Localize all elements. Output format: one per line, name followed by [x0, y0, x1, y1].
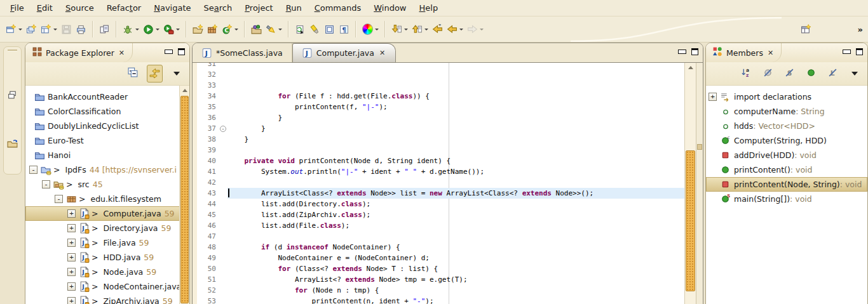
tree-item-colorclassification[interactable]: ColorClassification	[25, 104, 189, 119]
expander-plus-icon[interactable]: +	[67, 209, 76, 218]
occurrence-marker[interactable]	[697, 144, 702, 150]
back-button[interactable]	[445, 22, 465, 37]
menu-commands[interactable]: Commands	[308, 1, 368, 15]
menu-navigate[interactable]: Navigate	[147, 1, 197, 15]
dropdown-arrow-icon[interactable]	[234, 29, 238, 30]
hide-static-button[interactable]: S	[782, 65, 797, 83]
new-java-project-button[interactable]	[191, 22, 205, 37]
color-wheel-button[interactable]	[360, 22, 381, 37]
menu-search[interactable]: Search	[198, 1, 239, 15]
expander-minus-icon[interactable]: -	[55, 195, 63, 203]
package-explorer-scrollbar[interactable]	[179, 86, 189, 304]
expander-plus-icon[interactable]: +	[67, 224, 76, 232]
tree-item-src[interactable]: ->src45	[25, 177, 189, 192]
tab-close-icon[interactable]: ✕	[378, 49, 386, 57]
member-item-computer-string-hdd-[interactable]: cComputer(String, HDD)	[706, 133, 867, 148]
open-resource-button[interactable]	[249, 22, 264, 37]
new-perspective-button[interactable]	[799, 22, 813, 37]
dropdown-arrow-icon[interactable]	[53, 29, 57, 30]
save-button[interactable]	[59, 22, 74, 37]
tree-item-directory-java[interactable]: +J>Directory.java59	[25, 221, 189, 235]
member-item-hdds[interactable]: hdds : Vector<HDD>	[706, 119, 867, 133]
menu-source[interactable]: Source	[59, 1, 100, 15]
expander-plus-icon[interactable]: +	[709, 93, 717, 101]
tree-item-edu-kit-filesystem[interactable]: ->edu.kit.filesystem	[25, 192, 189, 206]
highlighter-button[interactable]	[308, 22, 322, 37]
member-item-printcontent-node-string-[interactable]: printContent(Node, String) : void	[706, 177, 867, 192]
open-fastview-button[interactable]	[6, 136, 19, 152]
member-item-printcontent-[interactable]: printContent() : void	[706, 162, 867, 177]
tree-item-doublylinkedcycliclist[interactable]: DoublyLinkedCyclicList	[25, 119, 189, 133]
run-task-button[interactable]	[293, 22, 308, 37]
package-explorer-tab[interactable]: Package Explorer ✕	[25, 43, 133, 62]
new-class-button[interactable]: C	[220, 22, 240, 37]
dropdown-arrow-icon[interactable]	[375, 29, 379, 30]
prev-annotation-button[interactable]	[410, 22, 430, 37]
expander-plus-icon[interactable]: +	[67, 297, 76, 304]
tree-item-nodecontainer-java[interactable]: +J>NodeContainer.java59	[25, 279, 189, 294]
tree-item-hdd-java[interactable]: +J>HDD.java59	[25, 250, 189, 265]
dropdown-arrow-icon[interactable]	[135, 29, 139, 30]
member-item-adddrive-hdd-[interactable]: addDrive(HDD) : void	[706, 148, 867, 162]
collapse-all-button[interactable]	[125, 65, 141, 83]
link-with-editor-button[interactable]	[147, 65, 163, 83]
view-menu-button[interactable]	[168, 65, 184, 82]
minimize-icon[interactable]	[165, 50, 173, 54]
menu-project[interactable]: Project	[238, 1, 280, 15]
new-package-button[interactable]	[205, 22, 220, 37]
tree-item-euro-test[interactable]: Euro-Test	[25, 133, 189, 148]
menu-file[interactable]: File	[4, 1, 31, 15]
hide-local-types-button[interactable]: L	[825, 65, 841, 83]
next-annotation-button[interactable]	[390, 22, 410, 37]
scroll-up-icon[interactable]	[685, 63, 696, 72]
package-explorer-close-icon[interactable]: ✕	[118, 49, 126, 57]
collapse-fold-icon[interactable]: -	[220, 126, 226, 132]
tree-item-file-java[interactable]: +J>File.java59	[25, 235, 189, 250]
editor-tab--someclass-java[interactable]: J*SomeClass.java	[193, 43, 292, 62]
expander-minus-icon[interactable]: -	[42, 180, 50, 188]
run-external-button[interactable]	[161, 22, 182, 37]
restore-view-button[interactable]	[6, 88, 19, 103]
menu-edit[interactable]: Edit	[31, 1, 59, 15]
menu-help[interactable]: Help	[413, 1, 445, 15]
show-public-button[interactable]	[803, 65, 819, 83]
new-window-button[interactable]	[24, 22, 39, 37]
expander-plus-icon[interactable]: +	[67, 282, 76, 291]
print-button[interactable]	[74, 22, 88, 37]
member-item-computername[interactable]: computerName : String	[706, 104, 867, 119]
search-button[interactable]	[264, 22, 284, 37]
maximize-icon[interactable]	[178, 48, 185, 55]
new-view-button[interactable]	[39, 22, 59, 37]
dropdown-arrow-icon[interactable]	[156, 29, 159, 30]
dropdown-arrow-icon[interactable]	[480, 29, 484, 30]
minimize-icon[interactable]	[678, 50, 686, 54]
last-edit-location-button[interactable]: *	[430, 22, 445, 37]
save-all-button[interactable]	[97, 22, 112, 37]
dropdown-arrow-icon[interactable]	[18, 29, 22, 30]
toolbar-overflow-chevron[interactable]: »	[813, 25, 868, 34]
menu-run[interactable]: Run	[280, 1, 308, 15]
tree-item-bankaccountreader[interactable]: BankAccountReader	[25, 89, 189, 104]
dropdown-arrow-icon[interactable]	[459, 29, 463, 30]
minimize-icon[interactable]	[843, 50, 851, 54]
expander-plus-icon[interactable]: +	[67, 239, 76, 247]
members-tab[interactable]: Members ✕	[706, 43, 782, 62]
expander-plus-icon[interactable]: +	[67, 268, 76, 276]
dropdown-arrow-icon[interactable]	[278, 29, 282, 30]
code-viewport[interactable]: for (File f : hdd.get(File.class)) { pri…	[227, 63, 684, 304]
member-item-main-string-[interactable]: Smain(String[]) : void	[706, 192, 867, 206]
menu-window[interactable]: Window	[367, 1, 412, 15]
forward-button[interactable]	[465, 22, 485, 37]
scroll-up-icon[interactable]	[180, 86, 189, 95]
show-pilcrow-button[interactable]: ¶	[337, 22, 351, 37]
tree-item-computer-java[interactable]: +J>Computer.java59	[25, 206, 189, 221]
debug-button[interactable]	[121, 22, 141, 37]
show-whitespace-button[interactable]	[322, 22, 337, 37]
dropdown-arrow-icon[interactable]	[176, 29, 180, 30]
members-close-icon[interactable]: ✕	[766, 49, 775, 57]
run-button[interactable]	[141, 22, 161, 37]
tree-item-ipdfs[interactable]: ->IpdFs44 [https://svnserver.i	[25, 162, 189, 177]
expander-minus-icon[interactable]: -	[29, 166, 37, 174]
tree-item-hanoi[interactable]: Hanoi	[25, 148, 189, 162]
editor-tab-computer-java[interactable]: JComputer.java✕	[292, 43, 396, 62]
